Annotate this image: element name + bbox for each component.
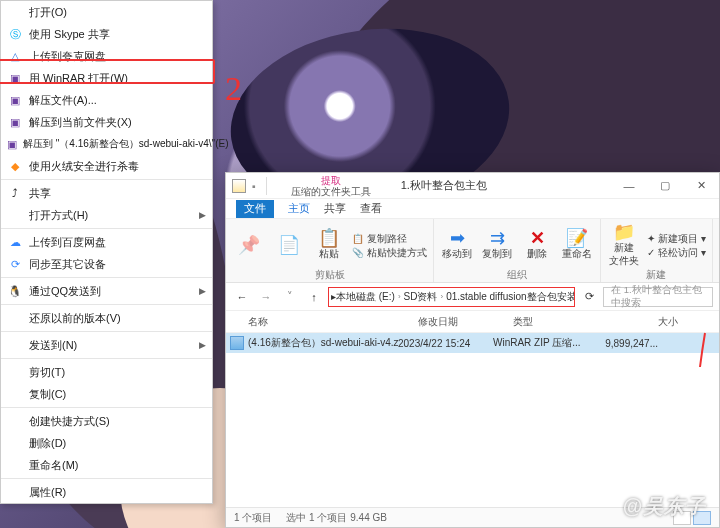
cm-open[interactable]: 打开(O) (1, 1, 212, 23)
window-title: 1.秋叶整合包主包 (401, 178, 487, 193)
watermark: @吴东子 (622, 493, 706, 520)
explorer-window: ▪ 提取 压缩的文件夹工具 1.秋叶整合包主包 — ▢ ✕ 文件 主页 共享 查… (225, 172, 720, 528)
share-icon: ⤴ (7, 185, 23, 201)
cm-delete[interactable]: 删除(D) (1, 432, 212, 454)
cm-open-with[interactable]: 打开方式(H)▶ (1, 204, 212, 226)
menu-view[interactable]: 查看 (360, 202, 382, 216)
cm-rename[interactable]: 重命名(M) (1, 454, 212, 476)
copy-button[interactable]: 📄 (272, 236, 306, 254)
copy-path[interactable]: 📋 复制路径 (352, 232, 427, 245)
rename-button[interactable]: 📝重命名 (560, 229, 594, 261)
menu-home[interactable]: 主页 (288, 202, 310, 216)
cm-quark[interactable]: △上传到夸克网盘 (1, 45, 212, 67)
moveto-button[interactable]: ➡移动到 (440, 229, 474, 261)
copyto-button[interactable]: ⇉复制到 (480, 229, 514, 261)
annotation-line (680, 331, 720, 371)
newitem[interactable]: ✦ 新建项目 ▾ (647, 232, 706, 245)
cm-sync[interactable]: ⟳同步至其它设备 (1, 253, 212, 275)
ribbon-tab-extract[interactable]: 提取 (321, 175, 341, 186)
pin-button: 📌 (232, 236, 266, 254)
cm-baidu[interactable]: ☁上传到百度网盘 (1, 231, 212, 253)
cm-copy[interactable]: 复制(C) (1, 383, 212, 405)
cm-winrar-open[interactable]: ▣用 WinRAR 打开(W) (1, 67, 212, 89)
recent-button[interactable]: ˅ (280, 287, 300, 307)
back-button[interactable]: ← (232, 287, 252, 307)
cm-huorong[interactable]: ◆使用火绒安全进行杀毒 (1, 155, 212, 177)
annotation-number: 2 (225, 70, 242, 108)
easy-access[interactable]: ✓ 轻松访问 ▾ (647, 246, 706, 259)
zip-icon (230, 336, 244, 350)
paste-shortcut[interactable]: 📎 粘贴快捷方式 (352, 246, 427, 259)
delete-button[interactable]: ✕删除 (520, 229, 554, 261)
paste-button[interactable]: 📋粘贴 (312, 229, 346, 261)
chevron-right-icon: ▶ (199, 210, 206, 220)
cm-shortcut[interactable]: 创建快捷方式(S) (1, 410, 212, 432)
cm-cut[interactable]: 剪切(T) (1, 361, 212, 383)
cm-extract-here[interactable]: ▣解压到当前文件夹(X) (1, 111, 212, 133)
cm-skype[interactable]: Ⓢ使用 Skype 共享 (1, 23, 212, 45)
folder-icon (232, 179, 246, 193)
up-button[interactable]: ↑ (304, 287, 324, 307)
cm-extract-files[interactable]: ▣解压文件(A)... (1, 89, 212, 111)
refresh-button[interactable]: ⟳ (579, 287, 599, 307)
cm-qq[interactable]: 🐧通过QQ发送到▶ (1, 280, 212, 302)
chevron-right-icon: ▶ (199, 286, 206, 296)
menu-file[interactable]: 文件 (236, 200, 274, 218)
newfolder-button[interactable]: 📁新建 文件夹 (607, 223, 641, 268)
ribbon: 📌 📄 📋粘贴 📋 复制路径 📎 粘贴快捷方式 剪贴板 ➡移动到 ⇉复制到 ✕删… (226, 219, 719, 283)
addressbar: ← → ˅ ↑ ▸ 本地磁盘 (E:)› SD资料› 01.stable dif… (226, 283, 719, 311)
cm-send-to[interactable]: 发送到(N)▶ (1, 334, 212, 356)
minimize-button[interactable]: — (611, 173, 647, 198)
breadcrumb[interactable]: ▸ 本地磁盘 (E:)› SD资料› 01.stable diffusion整合… (328, 287, 575, 307)
cm-props[interactable]: 属性(R) (1, 481, 212, 503)
forward-button[interactable]: → (256, 287, 276, 307)
menu-share[interactable]: 共享 (324, 202, 346, 216)
cm-extract-to[interactable]: ▣解压到 "（4.16新整合包）sd-webui-aki-v4\"(E) (1, 133, 212, 155)
search-input[interactable]: 在 1.秋叶整合包主包 中搜索 (603, 287, 713, 307)
cm-share[interactable]: ⤴共享 (1, 182, 212, 204)
menubar: 文件 主页 共享 查看 (226, 199, 719, 219)
file-row[interactable]: (4.16新整合包）sd-webui-aki-v4.zip 2023/4/22 … (226, 333, 719, 353)
close-button[interactable]: ✕ (683, 173, 719, 198)
maximize-button[interactable]: ▢ (647, 173, 683, 198)
column-headers[interactable]: 名称 修改日期 类型 大小 (226, 311, 719, 333)
titlebar: ▪ 提取 压缩的文件夹工具 1.秋叶整合包主包 — ▢ ✕ (226, 173, 719, 199)
chevron-right-icon: ▶ (199, 340, 206, 350)
context-menu: 打开(O) Ⓢ使用 Skype 共享 △上传到夸克网盘 ▣用 WinRAR 打开… (0, 0, 213, 504)
cm-prev-ver[interactable]: 还原以前的版本(V) (1, 307, 212, 329)
file-list: (4.16新整合包）sd-webui-aki-v4.zip 2023/4/22 … (226, 333, 719, 507)
